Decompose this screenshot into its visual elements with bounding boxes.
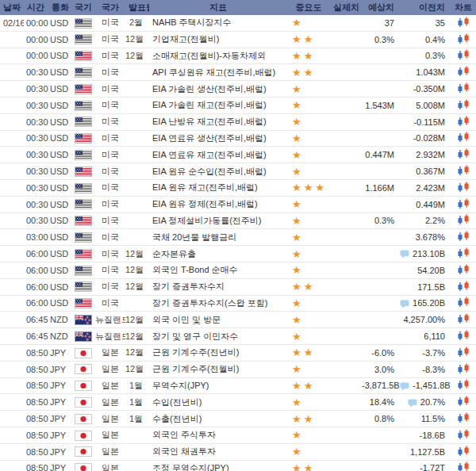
indicator-link[interactable]: 외국 이민 및 방문: [152, 315, 221, 324]
candlestick-chart-icon[interactable]: [457, 148, 470, 159]
table-row[interactable]: 00:30USD 미국EIA 연료유 생산(전주비,배럴)★-0.028M: [0, 130, 476, 147]
chart-cell: [451, 15, 476, 31]
time-cell: 06:00: [24, 278, 48, 295]
indicator-link[interactable]: 국채 20년물 발행금리: [152, 232, 236, 242]
indicator-link[interactable]: 외국인 주식투자: [152, 430, 216, 439]
candlestick-chart-icon[interactable]: [457, 446, 470, 457]
candlestick-chart-icon[interactable]: [457, 165, 470, 176]
previous-cell: -0.028M: [400, 130, 451, 147]
candlestick-chart-icon[interactable]: [457, 396, 470, 407]
table-row[interactable]: 08:50JPY 일본12월근원 기계수주(전년비)★★-6.0%-3.7%: [0, 344, 476, 361]
comment-bubble-icon[interactable]: [400, 382, 409, 391]
indicator-link[interactable]: 외국인 채권투자: [152, 446, 216, 456]
comment-bubble-icon[interactable]: [400, 250, 409, 258]
candlestick-chart-icon[interactable]: [457, 116, 470, 127]
date-cell: [0, 31, 24, 48]
actual-cell: [330, 48, 362, 64]
nz-flag-icon: [75, 314, 92, 324]
candlestick-chart-icon[interactable]: [457, 281, 470, 292]
table-row[interactable]: 06:00USD 미국12월외국인 T-Bond 순매수★54.20B: [0, 262, 476, 278]
candlestick-chart-icon[interactable]: [457, 379, 470, 390]
actual-cell: [330, 97, 362, 113]
indicator-link[interactable]: 조정 무역수지(JPY): [152, 463, 229, 471]
table-row[interactable]: 08:50JPY 일본1월수입(전년비)★18.4% 20.7%: [0, 394, 476, 411]
table-row[interactable]: 00:30USD 미국EIA 연료유 재고(전주비,배럴)★0.447M2.93…: [0, 147, 476, 163]
indicator-link[interactable]: 근원 기계수주(전월비): [152, 364, 239, 373]
indicator-link[interactable]: EIA 정제설비가동률(전주비): [152, 216, 262, 225]
table-row[interactable]: 03:00USD 미국국채 20년물 발행금리★3.678%: [0, 229, 476, 246]
indicator-link[interactable]: 무역수지(JPY): [152, 381, 209, 390]
candlestick-chart-icon[interactable]: [457, 17, 470, 28]
candlestick-chart-icon[interactable]: [457, 412, 470, 423]
indicator-link[interactable]: 순자본유출: [152, 249, 196, 258]
indicator-link[interactable]: API 쿠싱원유 재고(전주비,배럴): [152, 67, 275, 77]
candlestick-chart-icon[interactable]: [457, 363, 470, 374]
candlestick-chart-icon[interactable]: [457, 429, 470, 440]
currency-cell: USD: [48, 229, 71, 246]
indicator-link[interactable]: 수출(전년비): [152, 414, 202, 423]
indicator-link[interactable]: 장기 증권투자수지: [152, 281, 225, 291]
candlestick-chart-icon[interactable]: [457, 182, 470, 193]
candlestick-chart-icon[interactable]: [457, 214, 470, 225]
candlestick-chart-icon[interactable]: [457, 297, 470, 308]
indicator-link[interactable]: EIA 난방유 재고(전주비,배럴): [152, 117, 267, 126]
indicator-link[interactable]: 장기 및 영구 이민자수: [152, 331, 238, 341]
table-row[interactable]: 06:00USD 미국12월순자본유출★ 213.10B: [0, 246, 476, 262]
comment-bubble-icon[interactable]: [408, 399, 417, 408]
table-row[interactable]: 06:00USD 미국12월장기 증권투자수지★★171.5B: [0, 278, 476, 295]
table-row[interactable]: 08:50JPY 일본외국인 주식투자★-18.6B: [0, 427, 476, 443]
candlestick-chart-icon[interactable]: [457, 99, 470, 110]
table-row[interactable]: 06:00USD 미국장기 증권투자수지(스왑 포함)★ 165.20B: [0, 295, 476, 312]
chart-cell: [451, 130, 476, 147]
table-row[interactable]: 06:45NZD 뉴질랜드12월장기 및 영구 이민자수★6,110: [0, 328, 476, 345]
table-row[interactable]: 06:45NZD 뉴질랜드12월외국 이민 및 방문★4,257.00%: [0, 312, 476, 328]
indicator-link[interactable]: EIA 원유 재고(전주비,배럴): [152, 182, 258, 192]
indicator-link[interactable]: 근원 기계수주(전년비): [152, 347, 239, 357]
indicator-link[interactable]: 장기 증권투자수지(스왑 포함): [152, 298, 267, 308]
table-row[interactable]: 00:30USD 미국EIA 원유 재고(전주비,배럴)★★★1.166M2.4…: [0, 179, 476, 196]
table-row[interactable]: 00:30USD 미국EIA 가솔린 재고(전주비,배럴)★1.543M5.00…: [0, 97, 476, 113]
candlestick-chart-icon[interactable]: [457, 49, 470, 60]
indicator-link[interactable]: 기업재고(전월비): [152, 34, 219, 44]
indicator-link[interactable]: NAHB 주택시장지수: [152, 17, 232, 27]
candlestick-chart-icon[interactable]: [457, 264, 470, 275]
candlestick-chart-icon[interactable]: [457, 330, 470, 341]
comment-bubble-icon[interactable]: [400, 300, 409, 308]
candlestick-chart-icon[interactable]: [457, 231, 470, 242]
indicator-link[interactable]: EIA 원유 정제(전주비,배럴): [152, 199, 258, 209]
candlestick-chart-icon[interactable]: [457, 82, 470, 94]
indicator-link[interactable]: 소매재고(전월비)-자동차제외: [152, 51, 266, 60]
table-row[interactable]: 00:30USD 미국EIA 원유 순수입(전주비,배럴)★0.367M: [0, 163, 476, 180]
table-row[interactable]: 00:00USD 미국12월소매재고(전월비)-자동차제외★★0.3%: [0, 48, 476, 64]
table-row[interactable]: 00:30USD 미국EIA 정제설비가동률(전주비)★0.3%2.2%: [0, 213, 476, 229]
importance-stars: ★: [292, 99, 304, 111]
indicator-link[interactable]: EIA 연료유 생산(전주비,배럴): [152, 133, 267, 143]
table-row[interactable]: 08:50JPY 일본1월무역수지(JPY)★★-3,871.5B -1,451…: [0, 377, 476, 394]
indicator-link[interactable]: 수입(전년비): [152, 397, 202, 407]
indicator-link[interactable]: EIA 연료유 재고(전주비,배럴): [152, 150, 267, 159]
candlestick-chart-icon[interactable]: [457, 347, 470, 358]
table-row[interactable]: 00:30USD 미국EIA 원유 정제(전주비,배럴)★0.449M: [0, 196, 476, 213]
table-row[interactable]: 00:30USD 미국EIA 가솔린 생산(전주비,배럴)★-0.350M: [0, 81, 476, 98]
table-row[interactable]: 00:30USD 미국API 쿠싱원유 재고(전주비,배럴)★★1.043M: [0, 64, 476, 81]
candlestick-chart-icon[interactable]: [457, 247, 470, 258]
table-row[interactable]: 08:50JPY 일본외국인 채권투자★1,127.5B: [0, 443, 476, 460]
candlestick-chart-icon[interactable]: [457, 66, 470, 77]
candlestick-chart-icon[interactable]: [457, 132, 470, 143]
indicator-link[interactable]: EIA 가솔린 재고(전주비,배럴): [152, 100, 267, 109]
indicator-link[interactable]: EIA 가솔린 생산(전주비,배럴): [152, 84, 267, 94]
indicator-link[interactable]: 외국인 T-Bond 순매수: [152, 265, 238, 274]
table-row[interactable]: 08:50JPY 일본1월수출(전년비)★★0.8%11.5%: [0, 411, 476, 427]
table-row[interactable]: 08:50JPY 일본조정 무역수지(JPY)★★-1.72T: [0, 460, 476, 471]
table-row[interactable]: 02/1600:00USD 미국2월NAHB 주택시장지수★3735: [0, 15, 476, 31]
indicator-link[interactable]: EIA 원유 순수입(전주비,배럴): [152, 167, 267, 176]
time-cell: 00:30: [24, 179, 48, 196]
candlestick-chart-icon[interactable]: [457, 461, 470, 471]
table-row[interactable]: 00:30USD 미국EIA 난방유 재고(전주비,배럴)★-0.115M: [0, 113, 476, 130]
candlestick-chart-icon[interactable]: [457, 313, 470, 324]
table-row[interactable]: 08:50JPY 일본12월근원 기계수주(전월비)★3.0%-8.3%: [0, 361, 476, 377]
col-header-country: 국가: [95, 0, 125, 15]
candlestick-chart-icon[interactable]: [457, 198, 470, 209]
table-row[interactable]: 00:00USD 미국12월기업재고(전월비)★★0.3%0.4%: [0, 31, 476, 48]
candlestick-chart-icon[interactable]: [457, 33, 470, 44]
